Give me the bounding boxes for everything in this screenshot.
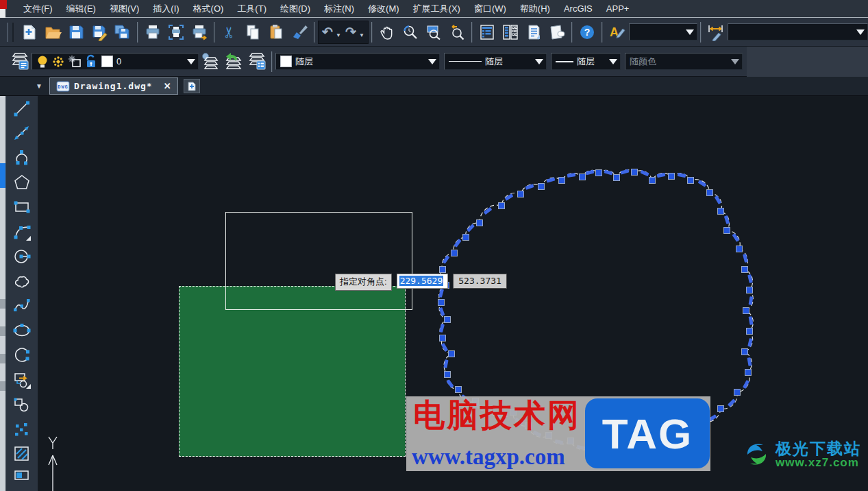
menu-express-tools[interactable]: 扩展工具(X) [406, 0, 467, 17]
lineweight-select[interactable]: 随层 [551, 53, 621, 70]
grip-mid[interactable] [749, 316, 754, 325]
tool-revision-cloud[interactable] [6, 269, 38, 294]
undo-dropdown-icon[interactable]: ▼ [336, 32, 341, 38]
grip-square[interactable] [613, 174, 620, 181]
grip-square[interactable] [631, 169, 638, 176]
new-tab-button[interactable] [184, 79, 200, 93]
grip-square[interactable] [736, 246, 743, 252]
linetype-select[interactable]: 随层 [444, 53, 547, 70]
grip-square[interactable] [649, 177, 656, 184]
tool-gradient[interactable] [6, 466, 38, 491]
tool-circle[interactable] [6, 244, 38, 269]
grip-square[interactable] [439, 335, 446, 342]
layer-columns-button[interactable] [499, 21, 522, 44]
dimension-style-button[interactable] [704, 21, 728, 44]
grip-square[interactable] [723, 227, 730, 234]
grip-square[interactable] [746, 328, 753, 335]
tool-polyline[interactable] [6, 145, 38, 170]
menu-insert[interactable]: 插入(I) [146, 0, 186, 17]
grip-square[interactable] [498, 202, 505, 209]
grip-mid[interactable] [697, 180, 706, 187]
undo-button[interactable]: ↶ [320, 21, 335, 44]
grip-square[interactable] [743, 307, 749, 314]
layer-states-button[interactable] [245, 50, 269, 73]
grip-square[interactable] [741, 348, 748, 355]
tool-rectangle[interactable] [6, 195, 38, 219]
zoom-realtime-button[interactable] [399, 21, 422, 44]
grip-square[interactable] [595, 169, 602, 176]
coordinate-x-input[interactable]: 229.5629 [397, 274, 449, 289]
tool-point[interactable] [6, 417, 38, 442]
zoom-previous-button[interactable] [445, 21, 469, 44]
grip-square[interactable] [579, 173, 586, 180]
grip-square[interactable] [734, 389, 741, 396]
redo-dropdown-icon[interactable]: ▼ [359, 32, 364, 38]
grip-square[interactable] [746, 287, 753, 294]
tool-arc[interactable] [6, 219, 38, 244]
format-painter-button[interactable] [288, 21, 311, 44]
grip-square[interactable] [462, 234, 469, 241]
plot-style-select[interactable]: 随颜色 [625, 53, 743, 70]
layer-list-button[interactable] [475, 21, 499, 44]
grip-mid[interactable] [484, 207, 493, 215]
tool-hatch[interactable] [6, 442, 38, 466]
tool-spline[interactable] [6, 294, 38, 318]
paste-button[interactable] [264, 21, 288, 44]
make-layer-current-button[interactable] [199, 50, 222, 73]
grip-square[interactable] [448, 350, 455, 357]
grip-mid[interactable] [620, 169, 629, 175]
grip-mid[interactable] [640, 170, 649, 177]
drawing-canvas[interactable]: 指定对角点: 229.5629 523.3731 电脑技术网 www.tagxp… [38, 96, 868, 491]
save-all-button[interactable] [111, 21, 134, 44]
menu-help[interactable]: 帮助(H) [513, 0, 557, 17]
menu-draw[interactable]: 绘图(D) [273, 0, 317, 17]
grip-square[interactable] [741, 266, 748, 273]
grip-mid[interactable] [732, 233, 740, 242]
color-select[interactable]: 随层 [275, 53, 440, 70]
grip-mid[interactable] [454, 239, 461, 248]
tool-construction-line[interactable] [6, 121, 38, 145]
menu-window[interactable]: 窗口(W) [467, 0, 513, 17]
grip-square[interactable] [444, 371, 451, 378]
toolbar-grip[interactable] [7, 23, 14, 42]
dimension-style-select[interactable] [728, 23, 868, 40]
text-style-button[interactable]: A [606, 21, 629, 44]
tool-line[interactable] [6, 96, 38, 121]
grip-mid[interactable] [546, 178, 555, 183]
coordinate-y-field[interactable]: 523.3731 [453, 274, 507, 289]
pan-button[interactable] [375, 21, 399, 44]
print-preview-button[interactable] [164, 21, 188, 44]
new-button[interactable] [18, 21, 41, 44]
menu-file[interactable]: 文件(F) [16, 0, 60, 17]
grip-mid[interactable] [743, 254, 748, 263]
grip-mid[interactable] [604, 169, 613, 175]
tool-ellipse[interactable] [6, 318, 38, 343]
layer-previous-button[interactable] [222, 50, 245, 73]
grip-mid[interactable] [749, 296, 754, 305]
grip-mid[interactable] [724, 215, 730, 224]
layer-select[interactable]: 0 [32, 53, 199, 70]
grip-square[interactable] [558, 177, 565, 184]
menu-view[interactable]: 视图(V) [103, 0, 146, 17]
grip-mid[interactable] [439, 324, 445, 333]
grip-mid[interactable] [743, 380, 749, 389]
grip-mid[interactable] [442, 255, 449, 264]
menu-arcgis[interactable]: ArcGIS [557, 0, 599, 17]
grip-mid[interactable] [657, 173, 666, 178]
print-button[interactable] [141, 21, 164, 44]
tool-insert-block[interactable] [6, 368, 38, 392]
grip-square[interactable] [444, 316, 451, 323]
tab-drawing1[interactable]: DWG Drawing1.dwg* ✕ [49, 77, 178, 95]
grip-mid[interactable] [441, 343, 448, 352]
grip-square[interactable] [745, 369, 752, 376]
grip-mid[interactable] [586, 169, 595, 175]
zoom-window-button[interactable] [422, 21, 445, 44]
grip-square[interactable] [668, 173, 675, 180]
grip-mid[interactable] [447, 379, 454, 388]
grip-square[interactable] [717, 208, 724, 215]
publish-button[interactable] [188, 21, 211, 44]
grip-mid[interactable] [525, 184, 534, 190]
grip-mid[interactable] [715, 196, 721, 205]
copy-button[interactable] [241, 21, 264, 44]
grip-square[interactable] [438, 299, 445, 306]
